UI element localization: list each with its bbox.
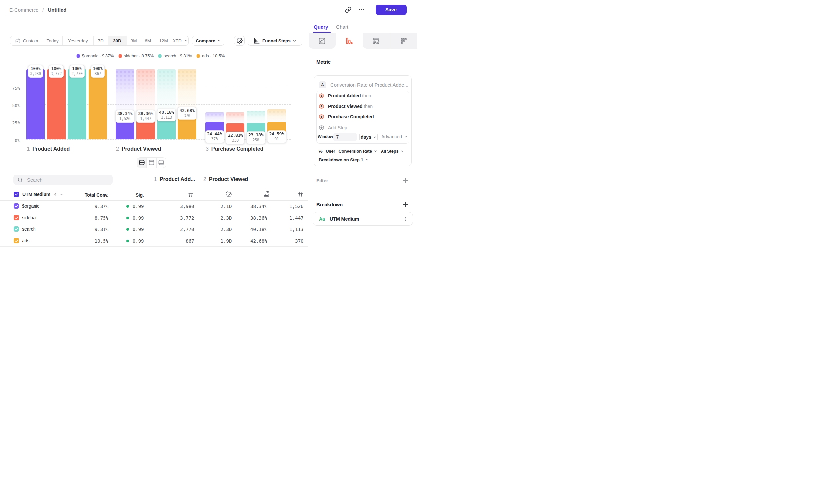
measure-metric-dropdown[interactable]: Conversion Rate	[338, 148, 372, 154]
dropoff-bar[interactable]	[116, 69, 134, 112]
tab-query[interactable]: Query	[314, 24, 328, 33]
cell-sig: 0.99	[126, 227, 144, 232]
group-by-label[interactable]: UTM Medium	[22, 192, 50, 197]
window-value-input[interactable]: 7	[333, 133, 357, 141]
table-row-search[interactable]: search9.31%0.992,7702.3D40.18%1,113	[0, 224, 308, 235]
breadcrumb-board[interactable]: E-Commerce	[9, 7, 39, 13]
bar-count-label: 1,113	[159, 115, 174, 120]
link-icon	[345, 7, 351, 13]
row-name: $organic	[22, 203, 40, 209]
legend-label: $organic · 9.37%	[82, 53, 114, 59]
select-all-checkbox[interactable]	[14, 192, 19, 197]
query-panel: Query Chart Metric A Conversion	[308, 19, 417, 252]
panel-tabs: Query Chart	[314, 24, 348, 33]
legend-label: search · 9.31%	[163, 53, 192, 59]
dropoff-bar[interactable]	[247, 111, 265, 123]
step-name[interactable]: Product Viewed	[122, 146, 161, 152]
conv-rate-column-icon[interactable]	[263, 191, 270, 198]
bar-value-box: 22.81%330	[225, 132, 244, 144]
row-checkbox[interactable]	[14, 203, 19, 209]
bar-count-label: 867	[92, 71, 103, 76]
table-step2-header: 2 Product Viewed	[203, 177, 248, 182]
advanced-toggle[interactable]: Advanced	[381, 134, 408, 139]
query-step-2[interactable]: 2Product Viewed then	[319, 104, 373, 109]
funnel-bar-$organic-step1[interactable]	[26, 69, 45, 139]
dropoff-bar[interactable]	[205, 112, 224, 122]
bar-count-label: 1,526	[117, 116, 132, 121]
measure-row: % User Conversion Rate All Steps	[319, 148, 404, 154]
dropoff-bar[interactable]	[226, 112, 244, 123]
bar-count-label: 2,770	[71, 71, 83, 76]
add-breakdown-button[interactable]	[403, 202, 408, 207]
step-name[interactable]: Product Added	[32, 146, 70, 152]
table-row-ads[interactable]: ads10.5%0.998671.9D42.68%370	[0, 235, 308, 247]
table-group-header: UTM Medium 4	[14, 192, 63, 197]
layout-toggle-panel-bottom[interactable]	[157, 158, 166, 168]
breadcrumb-report-title[interactable]: Untitled	[48, 7, 67, 13]
tab-insights[interactable]	[309, 33, 336, 49]
step-name[interactable]: Purchase Completed	[211, 146, 263, 152]
bar-count-label: 373	[207, 137, 222, 142]
metric-title-row[interactable]: A Conversion Rate of Product Adde...	[319, 81, 409, 88]
measure-entity[interactable]: User	[326, 148, 335, 154]
legend-item[interactable]: $organic · 9.37%	[76, 53, 114, 59]
count-column-icon[interactable]	[188, 191, 194, 197]
window-unit-select[interactable]: days	[359, 133, 377, 141]
table-row-organic[interactable]: $organic9.37%0.993,9802.1D38.34%1,526	[0, 200, 308, 212]
sig-dot	[126, 240, 129, 243]
save-button[interactable]: Save	[375, 5, 407, 15]
dropoff-bar[interactable]	[267, 109, 286, 122]
bar-count-label: 3,980	[30, 71, 41, 76]
table-search-input[interactable]: Search	[13, 175, 113, 185]
breakdown-table: Search 1 Product Add... 2 Product Viewed…	[0, 164, 308, 252]
cell-conv-rate: 40.18%	[250, 227, 267, 232]
tab-retention[interactable]	[390, 33, 417, 49]
more-menu-button[interactable]	[357, 5, 367, 15]
measure-scope-dropdown[interactable]: All Steps	[381, 148, 399, 154]
layout-toggle-group	[137, 157, 166, 168]
legend-item[interactable]: ads · 10.5%	[197, 53, 225, 59]
table-row-sidebar[interactable]: sidebar8.75%0.993,7722.3D38.36%1,447	[0, 212, 308, 224]
step-event-name: Product Added then	[328, 93, 371, 98]
tab-flows[interactable]	[363, 33, 390, 49]
legend-item[interactable]: search · 9.31%	[158, 53, 192, 59]
dropoff-bar[interactable]	[136, 69, 155, 112]
add-step-button[interactable]: Add Step	[319, 125, 347, 130]
chevron-down-icon[interactable]	[60, 193, 63, 196]
cell-total-conv: 10.5%	[94, 238, 108, 244]
dropoff-bar[interactable]	[178, 69, 196, 109]
more-icon	[358, 6, 365, 13]
row-checkbox[interactable]	[14, 227, 19, 232]
bar-pct-label: 40.18%	[159, 110, 174, 115]
panel-top-icon	[149, 160, 154, 165]
query-step-3[interactable]: 3Purchase Completed	[319, 114, 374, 119]
kebab-menu-icon[interactable]	[403, 216, 409, 222]
legend-item[interactable]: sidebar · 8.75%	[118, 53, 154, 59]
x-axis-step-label: 3Purchase Completed	[206, 146, 263, 152]
row-checkbox[interactable]	[14, 215, 19, 220]
retention-icon	[400, 38, 408, 45]
layout-toggle-split-horizontal[interactable]	[137, 158, 147, 168]
tab-funnels[interactable]	[336, 33, 363, 49]
layout-toggle-panel-top[interactable]	[147, 158, 156, 168]
chevron-down-icon	[374, 150, 377, 153]
sig-header[interactable]: Sig.	[136, 192, 144, 198]
y-axis-tick: 0%	[0, 138, 20, 143]
avg-time-column-icon[interactable]	[225, 191, 232, 198]
query-step-1[interactable]: 1Product Added then	[319, 93, 371, 98]
tab-chart[interactable]: Chart	[336, 24, 348, 33]
breakdown-property-card[interactable]: Aa UTM Medium	[313, 212, 413, 226]
copy-link-button[interactable]	[343, 5, 353, 15]
measure-type[interactable]: %	[319, 148, 323, 154]
funnel-bar-ads-step1[interactable]	[89, 69, 107, 139]
row-checkbox[interactable]	[14, 238, 19, 244]
dropoff-bar[interactable]	[157, 69, 176, 111]
total-conv-header[interactable]: Total Conv.	[85, 192, 108, 198]
funnel-bar-search-step1[interactable]	[68, 69, 86, 139]
breakdown-property-name: UTM Medium	[330, 216, 359, 222]
bar-value-box: 38.34%1,526	[115, 110, 134, 123]
funnel-bar-sidebar-step1[interactable]	[47, 69, 66, 139]
add-filter-button[interactable]	[403, 178, 408, 183]
count-column-icon[interactable]	[297, 191, 304, 197]
breakdown-on-step-row[interactable]: Breakdown on Step 1	[319, 158, 369, 162]
